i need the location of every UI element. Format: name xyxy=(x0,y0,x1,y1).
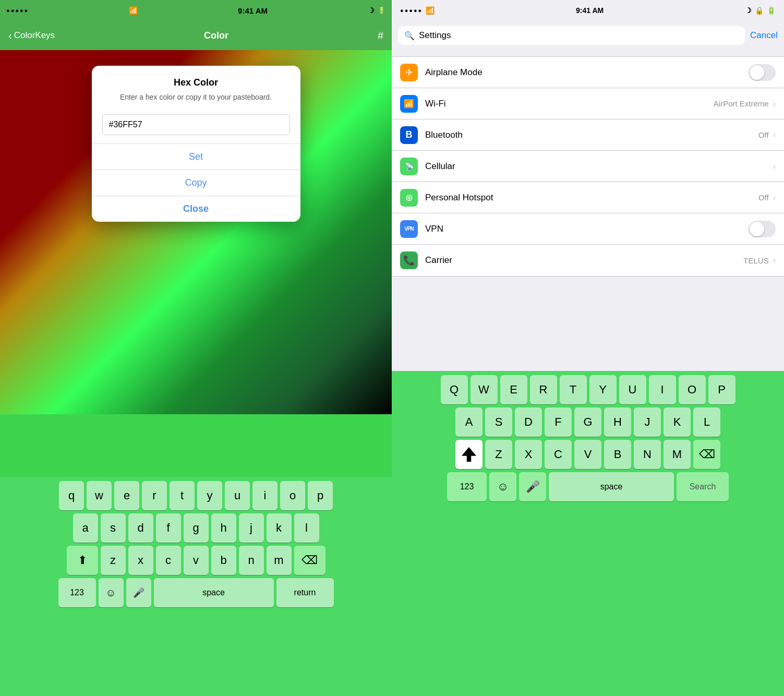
microphone-key[interactable]: 🎤 xyxy=(126,578,151,607)
right-number-key[interactable]: 123 xyxy=(447,472,487,501)
right-key-Q[interactable]: Q xyxy=(441,375,468,404)
right-key-J[interactable]: J xyxy=(634,407,661,437)
status-right: ☽ 🔋 xyxy=(368,6,385,15)
right-key-H[interactable]: H xyxy=(604,407,631,437)
right-key-O[interactable]: O xyxy=(679,375,706,404)
right-key-R[interactable]: R xyxy=(530,375,557,404)
settings-row-vpn[interactable]: VPN VPN xyxy=(392,213,784,245)
copy-button[interactable]: Copy xyxy=(92,170,300,196)
key-x[interactable]: x xyxy=(128,546,153,575)
toggle-thumb xyxy=(750,65,764,80)
right-key-Y[interactable]: Y xyxy=(589,375,617,404)
key-p[interactable]: p xyxy=(308,481,333,510)
battery-icon: 🔋 xyxy=(378,7,385,14)
space-key[interactable]: space xyxy=(154,578,274,607)
key-u[interactable]: u xyxy=(225,481,250,510)
settings-row-airplane[interactable]: ✈ Airplane Mode xyxy=(392,57,784,88)
key-z[interactable]: z xyxy=(101,546,126,575)
key-n[interactable]: n xyxy=(239,546,264,575)
right-key-D[interactable]: D xyxy=(515,407,542,437)
right-status-icons: ☽ 🔒 🔋 xyxy=(745,6,776,15)
key-b[interactable]: b xyxy=(211,546,236,575)
key-l[interactable]: l xyxy=(294,513,319,543)
back-button[interactable]: ‹ ColorKeys xyxy=(8,30,55,42)
right-key-P[interactable]: P xyxy=(708,375,735,404)
key-m[interactable]: m xyxy=(267,546,292,575)
right-keyboard: Q W E R T Y U I O P A S D F G H J K L xyxy=(392,371,784,696)
key-f[interactable]: f xyxy=(156,513,181,543)
settings-row-bluetooth[interactable]: B Bluetooth Off › xyxy=(392,119,784,151)
right-key-N[interactable]: N xyxy=(634,440,661,469)
right-key-U[interactable]: U xyxy=(619,375,646,404)
close-button[interactable]: Close xyxy=(92,196,300,222)
key-v[interactable]: v xyxy=(184,546,209,575)
airplane-mode-toggle[interactable] xyxy=(749,64,776,81)
key-g[interactable]: g xyxy=(184,513,209,543)
right-key-G[interactable]: G xyxy=(574,407,601,437)
key-a[interactable]: a xyxy=(73,513,98,543)
right-panel: ●●●●● 📶 9:41 AM ☽ 🔒 🔋 🔍 Cancel ✈ Airplan… xyxy=(392,0,784,696)
key-w[interactable]: w xyxy=(87,481,112,510)
key-t[interactable]: t xyxy=(170,481,195,510)
right-key-V[interactable]: V xyxy=(574,440,601,469)
delete-key[interactable]: ⌫ xyxy=(294,546,325,575)
key-e[interactable]: e xyxy=(114,481,139,510)
right-delete-key[interactable]: ⌫ xyxy=(693,440,720,469)
key-d[interactable]: d xyxy=(128,513,153,543)
settings-row-cellular[interactable]: 📡 Cellular › xyxy=(392,151,784,182)
key-k[interactable]: k xyxy=(267,513,292,543)
right-key-C[interactable]: C xyxy=(545,440,572,469)
key-q[interactable]: q xyxy=(59,481,84,510)
settings-row-carrier[interactable]: 📞 Carrier TELUS › xyxy=(392,245,784,276)
right-key-F[interactable]: F xyxy=(545,407,572,437)
number-switch-key[interactable]: 123 xyxy=(58,578,96,607)
hex-input[interactable] xyxy=(102,114,290,135)
right-key-Z[interactable]: Z xyxy=(485,440,512,469)
settings-list: ✈ Airplane Mode 📶 Wi-Fi AirPort Extreme … xyxy=(392,50,784,371)
left-nav-bar: ‹ ColorKeys Color # xyxy=(0,21,392,50)
right-lock-icon: 🔒 xyxy=(755,6,764,15)
right-space-key[interactable]: space xyxy=(549,472,674,501)
settings-row-wifi[interactable]: 📶 Wi-Fi AirPort Extreme › xyxy=(392,88,784,119)
cancel-button[interactable]: Cancel xyxy=(750,30,778,41)
key-o[interactable]: o xyxy=(280,481,305,510)
right-key-I[interactable]: I xyxy=(649,375,676,404)
key-c[interactable]: c xyxy=(156,546,181,575)
settings-row-hotspot[interactable]: ⊕ Personal Hotspot Off › xyxy=(392,182,784,213)
hash-button[interactable]: # xyxy=(378,30,383,42)
right-battery-icon: 🔋 xyxy=(767,6,776,15)
right-signal-dots: ●●●●● xyxy=(400,7,423,14)
emoji-key[interactable]: ☺ xyxy=(99,578,124,607)
right-key-W[interactable]: W xyxy=(471,375,498,404)
right-search-key[interactable]: Search xyxy=(677,472,729,501)
right-key-B[interactable]: B xyxy=(604,440,631,469)
right-mic-key[interactable]: 🎤 xyxy=(519,472,546,501)
key-j[interactable]: j xyxy=(239,513,264,543)
cellular-icon: 📡 xyxy=(400,158,418,175)
key-h[interactable]: h xyxy=(211,513,236,543)
right-key-X[interactable]: X xyxy=(515,440,542,469)
key-i[interactable]: i xyxy=(252,481,278,510)
wifi-settings-icon: 📶 xyxy=(400,95,418,113)
key-r[interactable]: r xyxy=(142,481,167,510)
right-key-L[interactable]: L xyxy=(693,407,720,437)
moon-icon: ☽ xyxy=(368,6,375,15)
search-input-wrap[interactable]: 🔍 xyxy=(398,26,745,45)
right-key-K[interactable]: K xyxy=(664,407,691,437)
set-button[interactable]: Set xyxy=(92,144,300,170)
right-key-A[interactable]: A xyxy=(455,407,483,437)
right-shift-key[interactable] xyxy=(455,440,483,469)
right-emoji-key[interactable]: ☺ xyxy=(489,472,516,501)
right-key-E[interactable]: E xyxy=(500,375,527,404)
key-s[interactable]: s xyxy=(101,513,126,543)
key-y[interactable]: y xyxy=(197,481,222,510)
right-key-T[interactable]: T xyxy=(560,375,587,404)
right-key-S[interactable]: S xyxy=(485,407,512,437)
right-key-M[interactable]: M xyxy=(664,440,691,469)
vpn-toggle[interactable] xyxy=(749,221,776,237)
right-keyboard-row1: Q W E R T Y U I O P xyxy=(394,375,782,404)
search-input[interactable] xyxy=(419,30,739,41)
return-key[interactable]: return xyxy=(276,578,334,607)
back-label: ColorKeys xyxy=(14,30,55,41)
shift-key[interactable]: ⬆ xyxy=(67,546,98,575)
